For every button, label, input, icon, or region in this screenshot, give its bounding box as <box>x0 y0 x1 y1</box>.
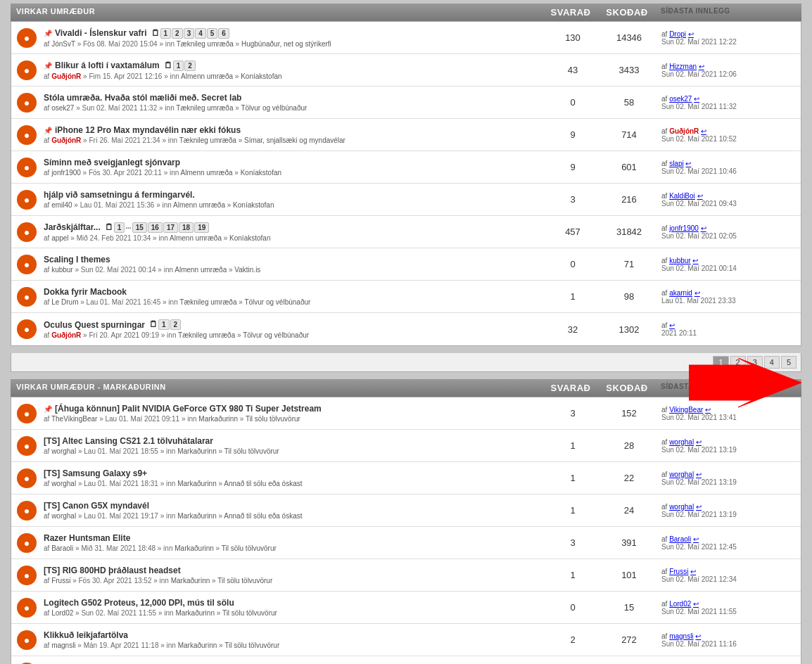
page-link[interactable]: 1 <box>173 60 184 71</box>
post-title-link[interactable]: Blikur á lofti í vaxtamálum <box>55 60 160 70</box>
post-category1[interactable]: Almenn umræða <box>170 234 222 242</box>
page-link[interactable]: 2 <box>170 319 182 330</box>
post-title-link[interactable]: Stóla umræða. Hvaða stól mæliði með. Sec… <box>44 93 241 103</box>
page-link[interactable]: 4 <box>195 28 206 39</box>
page-link[interactable]: 2 <box>172 28 183 39</box>
post-title-link[interactable]: Scaling I themes <box>44 255 110 264</box>
last-post-link-icon[interactable]: ↩ <box>685 160 691 167</box>
post-category2[interactable]: Til sölu tölvuvörur <box>224 641 279 649</box>
post-author[interactable]: emil40 <box>51 201 72 209</box>
post-author[interactable]: appel <box>51 234 68 242</box>
post-author[interactable]: kubbur <box>51 266 73 274</box>
last-post-link-icon[interactable]: ↩ <box>696 503 702 511</box>
post-category2[interactable]: Til sölu tölvuvörur <box>224 447 279 455</box>
post-author[interactable]: worghal <box>51 512 76 520</box>
post-category1[interactable]: Tæknileg umræða <box>179 136 236 144</box>
post-title-link[interactable]: Dokka fyrir Macbook <box>44 287 127 297</box>
last-post-link-icon[interactable]: ↩ <box>701 224 706 232</box>
last-author[interactable]: osek27 <box>669 95 692 103</box>
post-category1[interactable]: Almenn umræða <box>173 201 225 209</box>
page-link[interactable]: 18 <box>179 222 194 233</box>
post-category2[interactable]: Koníakstofan <box>229 234 270 242</box>
last-post-link-icon[interactable]: ↩ <box>696 438 702 446</box>
post-author[interactable]: TheVikingBear <box>51 415 97 423</box>
post-author[interactable]: Le Drum <box>51 298 78 306</box>
post-category2[interactable]: Annað til sölu eða óskast <box>224 480 302 487</box>
page-link[interactable]: 1 <box>114 222 125 233</box>
post-category1[interactable]: Markaðurinn <box>175 609 215 617</box>
post-category1[interactable]: Markaðurinn <box>177 480 217 487</box>
page-link[interactable]: 6 <box>218 28 229 39</box>
last-author[interactable]: worghal <box>669 503 694 511</box>
post-category2[interactable]: Hugbúnaður, net og stýrikerfi <box>241 40 331 48</box>
post-author[interactable]: magnsli <box>51 641 75 649</box>
post-category1[interactable]: Tæknileg umræða <box>177 40 234 48</box>
post-title-link[interactable]: [Áhuga könnun] Palit NVIDIA GeForce GTX … <box>55 404 322 414</box>
post-category1[interactable]: Markaðurinn <box>171 577 210 585</box>
last-author[interactable]: worghal <box>669 438 694 446</box>
post-title-link[interactable]: Logitech G502 Proteus, 12,000 DPI, mús t… <box>44 598 234 608</box>
post-category2[interactable]: Tölvur og vélbúnaður <box>241 104 307 112</box>
last-post-link-icon[interactable]: ↩ <box>694 95 699 103</box>
last-author[interactable]: KaldiBoi <box>669 192 695 200</box>
post-category2[interactable]: Símar, snjallsæki og myndavélar <box>244 136 345 144</box>
post-category2[interactable]: Annað til sölu eða óskast <box>224 512 302 520</box>
last-author[interactable]: Baraoli <box>669 535 691 543</box>
post-category2[interactable]: Koníakstofan <box>233 201 274 209</box>
last-post-link-icon[interactable]: ↩ <box>694 289 700 297</box>
post-author[interactable]: worghal <box>51 447 76 455</box>
last-author[interactable]: kubbur <box>669 257 691 264</box>
page-link[interactable]: 17 <box>163 222 178 233</box>
last-author[interactable]: Lord02 <box>669 600 691 608</box>
post-author[interactable]: osek27 <box>51 104 74 112</box>
last-post-link-icon[interactable]: ↩ <box>693 600 699 608</box>
post-author[interactable]: jonfr1900 <box>51 169 81 177</box>
post-category1[interactable]: Tæknileg umræða <box>178 331 235 339</box>
last-post-link-icon[interactable]: ↩ <box>690 568 696 575</box>
page-link[interactable]: 3 <box>184 28 195 39</box>
post-title-link[interactable]: Klikkuð leikjafartölva <box>44 630 128 640</box>
post-category2[interactable]: Til sölu tölvuvörur <box>222 544 277 552</box>
post-category2[interactable]: Tölvur og vélbúnaður <box>243 331 309 339</box>
post-category1[interactable]: Almenn umræða <box>175 266 227 274</box>
post-category2[interactable]: Koníakstofan <box>241 169 281 177</box>
post-category1[interactable]: Tæknileg umræða <box>179 298 236 306</box>
page-link[interactable]: 1 <box>160 28 172 39</box>
page-link[interactable]: 5 <box>207 28 218 39</box>
last-author[interactable]: worghal <box>669 471 694 478</box>
last-post-link-icon[interactable]: ↩ <box>697 192 703 200</box>
post-author[interactable]: Frussi <box>51 577 70 585</box>
page-link[interactable]: 15 <box>132 222 147 233</box>
post-category2[interactable]: Til sölu tölvuvörur <box>246 415 300 423</box>
post-title-link[interactable]: iPhone 12 Pro Max myndavélin nær ekki fó… <box>55 125 241 135</box>
page-link[interactable]: 16 <box>148 222 163 233</box>
post-category2[interactable]: Vaktin.is <box>234 266 260 274</box>
last-author[interactable]: Dropi <box>669 30 686 38</box>
post-author[interactable]: Baraoli <box>51 544 73 552</box>
post-category1[interactable]: Almenn umræða <box>181 72 233 80</box>
post-title-link[interactable]: Síminn með sveigjanlegt sjónvarp <box>44 158 180 167</box>
last-author[interactable]: akarnid <box>669 289 692 297</box>
post-author[interactable]: Lord02 <box>51 609 73 617</box>
post-category2[interactable]: Koníakstofan <box>241 72 281 80</box>
post-title-link[interactable]: Vivaldi - Íslenskur vafri <box>55 28 147 38</box>
post-category1[interactable]: Markaðurinn <box>177 447 217 455</box>
post-category1[interactable]: Tæknileg umræða <box>176 104 233 112</box>
last-post-link-icon[interactable]: ↩ <box>696 471 702 478</box>
post-category1[interactable]: Markaðurinn <box>177 512 217 520</box>
post-title-link[interactable]: Oculus Quest spurningar <box>44 320 145 330</box>
last-author[interactable]: slapi <box>669 160 684 167</box>
last-post-link-icon[interactable]: ↩ <box>699 63 704 70</box>
post-category1[interactable]: Markaðurinn <box>198 415 238 423</box>
post-category1[interactable]: Almenn umræða <box>181 169 233 177</box>
page-link[interactable]: 19 <box>194 222 209 233</box>
last-post-link-icon[interactable]: ↩ <box>688 30 694 38</box>
post-title-link[interactable]: [TS] Altec Lansing CS21 2.1 tölvuhátalar… <box>44 436 213 446</box>
last-post-link-icon[interactable]: ↩ <box>692 257 698 264</box>
post-category1[interactable]: Markaðurinn <box>178 641 217 649</box>
post-title-link[interactable]: [TS] Samsung Galaxy s9+ <box>44 468 147 478</box>
post-author[interactable]: worghal <box>51 480 76 487</box>
last-author[interactable]: jonfr1900 <box>669 224 699 232</box>
post-category2[interactable]: Til sölu tölvuvörur <box>217 577 272 585</box>
post-title-link[interactable]: [TS] RIG 800HD þráðlaust headset <box>44 566 181 575</box>
